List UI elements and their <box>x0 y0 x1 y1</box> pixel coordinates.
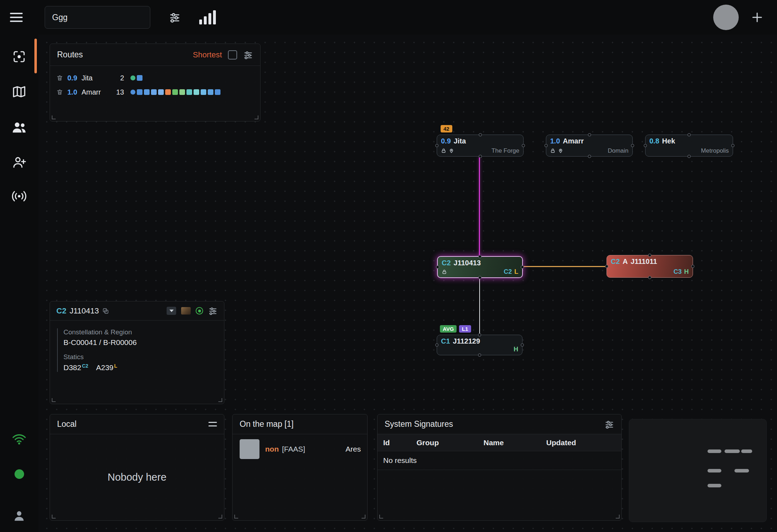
connector-dot[interactable] <box>479 155 482 158</box>
system-settings-icon[interactable] <box>208 306 218 316</box>
sidebar-item-track-location[interactable] <box>0 47 38 66</box>
connector-dot[interactable] <box>478 353 481 357</box>
sidebar-item-maps[interactable] <box>0 83 38 101</box>
column-id[interactable]: Id <box>383 438 417 447</box>
column-group[interactable]: Group <box>417 438 483 447</box>
delete-route-icon[interactable] <box>56 74 63 81</box>
system-name: Hek <box>662 137 675 145</box>
on-the-map-panel: On the map [1] non [FAAS] Ares <box>232 414 368 521</box>
pilot-name[interactable]: non <box>265 445 279 453</box>
connector-dot[interactable] <box>731 144 734 147</box>
signatures-empty-text: No results <box>378 451 621 470</box>
column-updated[interactable]: Updated <box>546 438 616 447</box>
connector-dot[interactable] <box>631 144 634 147</box>
connector-dot[interactable] <box>605 265 608 268</box>
map-node-hek[interactable]: 0.8 Hek Metropolis <box>645 135 733 157</box>
connector-dot[interactable] <box>478 333 481 336</box>
resize-handle[interactable] <box>52 515 56 519</box>
connector-dot[interactable] <box>688 155 691 158</box>
connector-dot[interactable] <box>521 344 524 347</box>
expand-icon[interactable] <box>167 307 176 315</box>
route-destination[interactable]: Jita <box>82 74 111 82</box>
user-avatar[interactable] <box>713 5 739 30</box>
connector-dot[interactable] <box>435 144 438 147</box>
region-name: Metropolis <box>701 148 729 154</box>
map-node-jita[interactable]: 42 0.9 Jita The Forge <box>437 135 524 157</box>
connector-dot[interactable] <box>544 144 548 147</box>
connection-j110413-j112129[interactable] <box>479 278 480 335</box>
connector-dot[interactable] <box>588 133 591 136</box>
add-map-icon[interactable] <box>751 11 764 24</box>
resize-handle[interactable] <box>362 515 365 519</box>
map-name-input[interactable] <box>45 6 150 29</box>
signatures-header[interactable]: System Signatures <box>378 414 621 434</box>
statics-label: Statics <box>63 353 217 361</box>
constellation-region-label: Constellation & Region <box>63 328 217 336</box>
connector-dot[interactable] <box>644 144 647 147</box>
system-info-header[interactable]: C2 J110413 <box>50 301 224 321</box>
local-list-icon[interactable] <box>208 422 217 426</box>
column-name[interactable]: Name <box>483 438 546 447</box>
security-status: 1.0 <box>550 137 560 145</box>
delete-route-icon[interactable] <box>56 89 63 96</box>
stats-chart-icon[interactable] <box>199 10 216 24</box>
system-thumbnail[interactable] <box>181 307 191 315</box>
connector-dot[interactable] <box>479 255 482 258</box>
map-pin-icon <box>449 148 454 153</box>
routes-panel-header[interactable]: Routes Shortest <box>50 44 260 66</box>
sidebar-item-add-character[interactable] <box>0 153 38 171</box>
system-info-panel: C2 J110413 Constellation & Region <box>50 301 224 404</box>
pilot-portrait <box>240 439 259 459</box>
statics-value: D382C2 A239L <box>63 363 217 372</box>
tracking-target-icon[interactable] <box>196 307 203 315</box>
resize-handle[interactable] <box>234 515 238 519</box>
signatures-settings-icon[interactable] <box>604 419 614 429</box>
connection-j110413-j111011[interactable] <box>523 266 606 267</box>
route-segment <box>201 89 206 95</box>
route-row[interactable]: 1.0 Amarr 13 <box>56 85 254 99</box>
on-the-map-header[interactable]: On the map [1] <box>233 414 367 434</box>
map-name-input-field[interactable] <box>52 13 143 22</box>
map-node-j112129[interactable]: AVG L1 C1 J112129 H <box>437 335 522 355</box>
connector-dot[interactable] <box>522 144 525 147</box>
resize-handle[interactable] <box>255 115 258 119</box>
map-node-amarr[interactable]: 1.0 Amarr Domain <box>546 135 633 157</box>
local-panel-header[interactable]: Local <box>50 414 224 434</box>
pilot-ship: Ares <box>346 445 361 453</box>
resize-handle[interactable] <box>52 115 56 119</box>
connector-dot[interactable] <box>648 254 652 257</box>
resize-handle[interactable] <box>616 515 620 519</box>
route-row[interactable]: 0.9 Jita 2 <box>56 71 254 85</box>
copy-icon[interactable] <box>102 307 109 315</box>
connection-jita-j110413[interactable] <box>479 157 480 256</box>
minimap-panel[interactable] <box>629 419 767 522</box>
resize-handle[interactable] <box>218 398 222 402</box>
connector-dot[interactable] <box>521 266 524 269</box>
map-node-j110413[interactable]: C2 J110413 C2 L <box>437 256 523 278</box>
connector-dot[interactable] <box>688 133 691 136</box>
lock-icon <box>442 269 447 275</box>
route-segment <box>179 89 185 95</box>
map-node-j111011[interactable]: C2 A J111011 C3 H <box>606 255 693 278</box>
connector-dot[interactable] <box>479 276 482 279</box>
shortest-checkbox[interactable] <box>228 50 237 60</box>
route-jump-count: 13 <box>111 88 124 96</box>
lock-icon <box>550 148 555 153</box>
sidebar-item-signals[interactable] <box>0 187 38 205</box>
connector-dot[interactable] <box>436 266 439 269</box>
connector-dot[interactable] <box>435 344 438 347</box>
menu-icon[interactable] <box>10 13 23 22</box>
connector-dot[interactable] <box>648 276 652 279</box>
resize-handle[interactable] <box>379 515 383 519</box>
connector-dot[interactable] <box>691 265 694 268</box>
resize-handle[interactable] <box>52 398 56 402</box>
sidebar-item-characters[interactable] <box>0 118 38 137</box>
sidebar-item-profile[interactable] <box>0 506 38 525</box>
connector-dot[interactable] <box>588 155 591 158</box>
pilot-row[interactable]: non [FAAS] Ares <box>233 434 367 459</box>
routes-settings-icon[interactable] <box>243 50 253 60</box>
filter-icon[interactable] <box>169 11 181 23</box>
resize-handle[interactable] <box>218 515 222 519</box>
route-destination[interactable]: Amarr <box>82 88 111 96</box>
connector-dot[interactable] <box>479 133 482 136</box>
